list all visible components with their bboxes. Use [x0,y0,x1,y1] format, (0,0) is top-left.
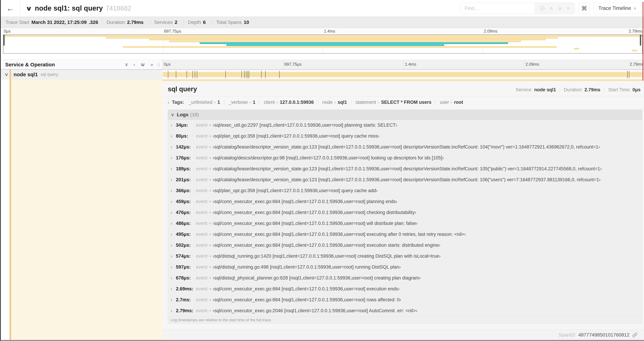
log-tick-mark [629,71,629,78]
log-tick-mark [186,71,187,78]
minimap-axis-tick: 2.79ms [628,29,642,34]
log-tick-mark [279,71,280,78]
log-entry[interactable]: › 678μs: event = ‹sql/distsql_physical_p… [168,272,642,283]
tag-equals: = [378,100,380,105]
minimap-left-handle[interactable] [3,35,5,46]
tag-equals: = [334,100,336,105]
log-field-key: event [196,297,208,302]
log-field-key: event [196,221,208,226]
expand-one-icon[interactable]: › [134,62,135,67]
service-label: Service: [516,87,532,93]
log-equals: = [209,265,211,269]
tag-key: statement [356,100,376,105]
start-time-value: 0μs [632,87,640,93]
log-equals: = [209,199,211,204]
chevron-down-icon[interactable]: ∨ [26,5,32,12]
log-timestamp: 2.79ms: [176,308,195,313]
tag-key: _verbose [228,100,248,105]
span-detail-panel: sql query Service:node sql1 Duration:2.7… [162,81,644,340]
find-prev-icon[interactable]: ∧ [550,6,553,11]
tag-pair: _verbose = 1 [224,100,255,105]
tag-pair: _unfinished = 1 [188,100,220,105]
log-entry[interactable]: › 495μs: event = ‹sql/conn_executor_exec… [168,229,642,240]
span-row-name-cell[interactable]: ∨ node sql1 sql query [1,70,162,79]
minimap-canvas[interactable] [3,35,642,54]
back-button[interactable]: ← [1,0,20,17]
log-entry[interactable]: › 366μs: event = ‹sql/plan_opt.go:358 [n… [168,185,642,196]
chevron-right-icon: › [171,210,176,215]
log-entry[interactable]: › 2.69ms: event = ‹sql/conn_executor_exe… [168,283,642,294]
log-entry[interactable]: › 2.79ms: event = ‹sql/conn_executor_exe… [168,305,642,316]
log-timestamp: 486μs: [176,221,195,226]
locate-icon[interactable] [540,6,544,11]
find-tools: ∧ ∨ × [535,3,574,14]
log-field-key: event [196,264,208,270]
log-field-value: ‹sql/catalog/lease/descriptor_version_st… [213,166,602,172]
log-field-value: ‹sql/catalog/lease/descriptor_version_st… [213,177,600,182]
tag-pair: node = sql1 [318,100,347,105]
collapse-one-icon[interactable]: ∨ [125,62,128,67]
tags-section[interactable]: › Tags: _unfinished = 1 _verbose = 1 cli… [162,96,644,108]
chevron-right-icon: › [171,155,176,160]
log-entry[interactable]: › 2.7ms: event = ‹sql/conn_executor_exec… [168,294,642,305]
log-field-value: ‹sql/conn_executor_exec.go:684 [nsql1,cl… [213,243,440,248]
log-tick-mark [265,71,266,78]
log-field-value: ‹sql/catalog/lease/descriptor_version_st… [213,144,600,150]
log-field-key: event [196,243,208,248]
tag-value: 1 [218,100,220,105]
tag-pair: client = 127.0.0.1:59936 [260,100,314,105]
span-operation-name: sql query [40,72,58,77]
log-tick-mark [226,71,226,78]
log-tick-mark [627,71,628,78]
log-entry[interactable]: › 201μs: event = ‹sql/catalog/lease/desc… [168,174,642,185]
columns-header: Service & Operation ∨ › ∨∨ » || 0μs697.7… [1,60,644,70]
log-entry[interactable]: › 189μs: event = ‹sql/catalog/lease/desc… [168,163,642,174]
log-entry[interactable]: › 80μs: event = ‹sql/plan_opt.go:358 [ns… [168,131,642,142]
span-row-timeline-cell[interactable] [162,70,644,79]
logs-header[interactable]: ∨ Logs (18) [168,110,642,120]
chevron-down-icon[interactable]: ∨ [4,72,8,77]
log-equals: = [209,243,211,248]
find-clear-icon[interactable]: × [567,6,570,11]
log-field-key: event [196,123,208,128]
minimap-span-bar [4,35,642,37]
span-row[interactable]: ∨ node sql1 sql query [1,70,644,79]
link-icon[interactable] [632,332,638,337]
minimap-span-bar [149,39,546,40]
expand-all-icon[interactable]: » [150,62,153,67]
time-cursor-line [642,2,643,81]
log-field-key: event [196,286,208,292]
log-entry[interactable]: › 476μs: event = ‹sql/conn_executor_exec… [168,207,642,218]
log-entry[interactable]: › 176μs: event = ‹sql/catalog/descs/desc… [168,152,642,163]
chevron-right-icon: › [171,286,176,291]
log-entry[interactable]: › 502μs: event = ‹sql/conn_executor_exec… [168,240,642,251]
find-next-icon[interactable]: ∨ [558,6,562,11]
tag-value: 127.0.0.1:59936 [280,100,314,105]
find-input[interactable] [460,3,535,14]
chevron-right-icon: › [171,188,176,193]
tags-list: _unfinished = 1 _verbose = 1 client = 12… [188,100,463,105]
log-entry[interactable]: › 574μs: event = ‹sql/distsql_running.go… [168,251,642,262]
log-equals: = [209,210,211,215]
log-equals: = [209,167,211,171]
collapse-all-icon[interactable]: ∨∨ [140,62,145,67]
spanid-label: SpanID: [559,332,576,338]
log-tick-mark [246,71,246,78]
minimap-span-bar [226,44,444,46]
detail-footer: SpanID: 4877749850101760812 [162,329,644,340]
log-entry[interactable]: › 597μs: event = ‹sql/distsql_running.go… [168,262,642,272]
log-entry[interactable]: › 486μs: event = ‹sql/conn_executor_exec… [168,218,642,229]
keyboard-shortcuts-button[interactable]: ⌘ [578,3,590,14]
column-resize-grip[interactable]: || [157,62,160,67]
summary-item: Trace StartMarch 31 2022, 17:25:09.326 [6,20,98,25]
log-entry[interactable]: › 34μs: event = ‹sql/exec_util.go:2297 [… [168,120,642,131]
trace-view-dropdown[interactable]: Trace Timeline ∨ [594,3,641,14]
log-entry[interactable]: › 459μs: event = ‹sql/conn_executor_exec… [168,196,642,207]
service-value: node sql1 [534,87,556,93]
log-equals: = [209,287,211,291]
span-duration-bar[interactable] [163,72,643,77]
tag-pair: user = root [436,100,463,105]
chevron-right-icon: › [171,123,176,128]
log-entry[interactable]: › 142μs: event = ‹sql/catalog/lease/desc… [168,142,642,152]
minimap-right-handle[interactable] [640,35,641,46]
